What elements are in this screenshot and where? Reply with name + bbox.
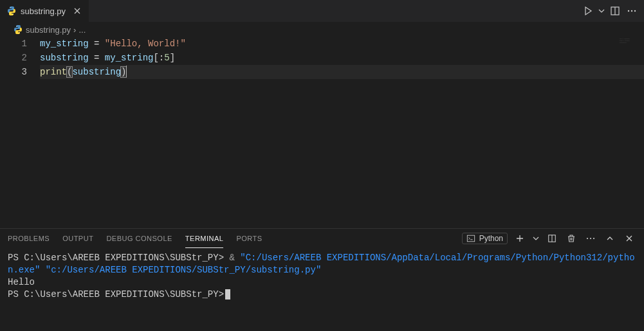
terminal-launch-picker[interactable]: Python — [462, 233, 508, 244]
panel: PROBLEMS OUTPUT DEBUG CONSOLE TERMINAL P… — [0, 228, 644, 331]
tab-output[interactable]: OUTPUT — [62, 229, 93, 248]
tab-problems[interactable]: PROBLEMS — [8, 229, 50, 248]
python-icon — [6, 6, 17, 16]
svg-point-0 — [10, 7, 10, 8]
terminal-line: PS C:\Users\AREEB EXPEDITIONS\SUBStr_PY> — [8, 289, 636, 301]
svg-point-4 — [628, 10, 629, 12]
svg-point-1 — [12, 13, 13, 14]
line-number-gutter: 123 — [0, 37, 40, 228]
breadcrumb-file: substring.py — [26, 25, 71, 35]
terminal-content[interactable]: PS C:\Users\AREEB EXPEDITIONS\SUBStr_PY>… — [0, 248, 644, 331]
run-icon[interactable] — [581, 4, 595, 18]
close-panel-icon[interactable] — [622, 231, 636, 246]
panel-tab-bar: PROBLEMS OUTPUT DEBUG CONSOLE TERMINAL P… — [0, 229, 644, 248]
split-editor-icon[interactable] — [608, 4, 622, 18]
editor-cursor — [126, 66, 127, 77]
chevron-down-icon[interactable] — [532, 231, 540, 246]
launch-profile-label: Python — [479, 234, 503, 243]
code-line[interactable]: substring = my_string[:5] — [40, 51, 644, 65]
tab-terminal[interactable]: TERMINAL — [185, 229, 224, 248]
chevron-down-icon[interactable] — [598, 4, 605, 18]
more-icon[interactable] — [625, 4, 639, 18]
more-icon[interactable] — [584, 231, 598, 246]
editor-actions — [581, 4, 644, 18]
tab-ports[interactable]: PORTS — [236, 229, 262, 248]
line-number: 2 — [0, 51, 27, 65]
svg-point-7 — [16, 26, 17, 26]
split-terminal-icon[interactable] — [545, 231, 559, 246]
tabs-container: substring.py — [0, 0, 89, 22]
line-number: 3 — [0, 65, 27, 79]
tab-bar: substring.py — [0, 0, 644, 22]
python-icon — [13, 24, 23, 35]
svg-point-14 — [593, 238, 594, 239]
line-number: 1 — [0, 37, 27, 51]
terminal-line: Hello — [8, 276, 636, 289]
close-icon[interactable] — [72, 6, 82, 16]
breadcrumb[interactable]: substring.py › ... — [0, 22, 644, 37]
breadcrumb-rest: ... — [78, 25, 86, 35]
editor-tab-substring[interactable]: substring.py — [0, 0, 89, 22]
chevron-right-icon: › — [73, 25, 76, 35]
svg-point-12 — [587, 238, 588, 239]
code-line[interactable]: print(substring) — [40, 65, 644, 79]
svg-point-13 — [590, 238, 591, 239]
terminal-line: PS C:\Users\AREEB EXPEDITIONS\SUBStr_PY>… — [8, 252, 636, 276]
minimap[interactable]: ▬▬▬ ▬ ▬▬▬▬▬▬▬▬▬▬▬ ▬ ▬▬▬▬▬▬▬▬▬▬▬▬▬▬▬ — [618, 37, 644, 228]
svg-point-8 — [19, 32, 19, 33]
terminal-cursor — [225, 289, 230, 300]
trash-icon[interactable] — [564, 231, 578, 246]
svg-rect-9 — [467, 235, 474, 242]
code-content[interactable]: my_string = "Hello, World!"substring = m… — [40, 37, 644, 228]
chevron-up-icon[interactable] — [603, 231, 617, 246]
tab-debug-console[interactable]: DEBUG CONSOLE — [106, 229, 172, 248]
editor-area[interactable]: 123 my_string = "Hello, World!"substring… — [0, 37, 644, 228]
svg-point-5 — [631, 10, 632, 12]
code-line[interactable]: my_string = "Hello, World!" — [40, 37, 644, 51]
new-terminal-icon[interactable] — [513, 231, 527, 246]
tab-filename: substring.py — [21, 6, 66, 16]
svg-point-6 — [634, 10, 636, 12]
